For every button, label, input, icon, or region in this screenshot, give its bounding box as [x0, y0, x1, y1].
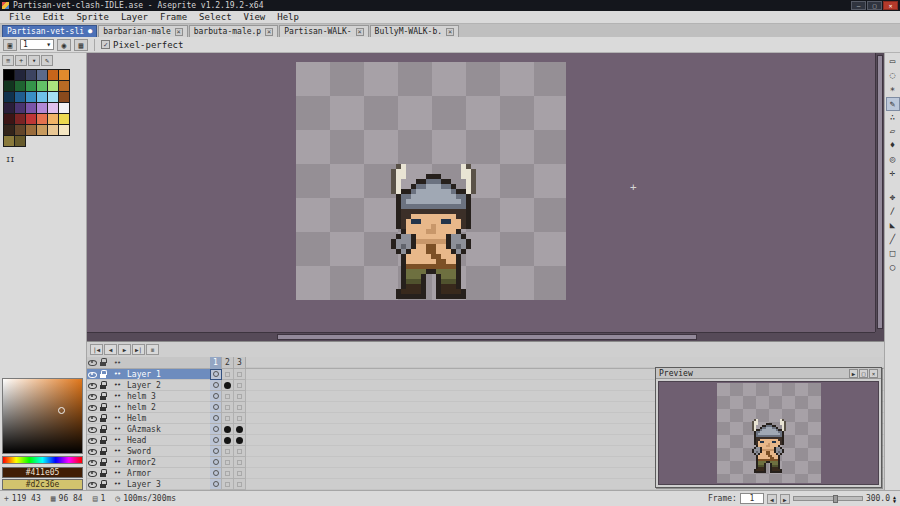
cel[interactable] [210, 424, 222, 435]
palette-swatch[interactable] [37, 103, 48, 114]
spray-tool-icon[interactable]: ∴ [886, 111, 900, 125]
lock-icon[interactable] [98, 413, 109, 424]
menu-item-view[interactable]: View [238, 11, 272, 23]
palette-swatch[interactable] [4, 114, 15, 125]
cel[interactable] [222, 380, 234, 391]
ellipse-tool-icon[interactable]: ○ [886, 261, 900, 275]
palette-swatch[interactable] [4, 125, 15, 136]
tab-barbuta-male-p[interactable]: barbuta-male.p× [189, 25, 278, 37]
sprite-canvas-area[interactable] [296, 62, 566, 300]
frame-number-input[interactable]: 1 [740, 493, 764, 504]
menu-item-edit[interactable]: Edit [37, 11, 71, 23]
chevron-down-icon[interactable]: ▾ [46, 40, 51, 49]
eye-icon[interactable] [87, 479, 98, 490]
cel[interactable] [234, 446, 246, 457]
lock-icon[interactable] [98, 446, 109, 457]
magic-wand-tool-icon[interactable]: ∗ [886, 83, 900, 97]
cel[interactable] [222, 468, 234, 479]
palette-swatch[interactable] [26, 92, 37, 103]
palette-option-button-3[interactable]: ✎ [41, 55, 53, 66]
eye-icon[interactable] [87, 446, 98, 457]
menu-item-help[interactable]: Help [271, 11, 305, 23]
cel[interactable] [234, 468, 246, 479]
eye-icon[interactable] [87, 402, 98, 413]
palette-swatch[interactable] [15, 92, 26, 103]
lock-icon[interactable] [98, 435, 109, 446]
menu-item-select[interactable]: Select [193, 11, 238, 23]
lock-icon[interactable] [98, 380, 109, 391]
brush-size-field[interactable]: 1 ▾ [20, 39, 54, 50]
palette-swatch[interactable] [26, 81, 37, 92]
palette-swatch[interactable] [37, 125, 48, 136]
maximize-button[interactable]: □ [867, 1, 882, 10]
eye-icon[interactable] [87, 369, 98, 380]
lock-icon[interactable] [98, 369, 109, 380]
rectangle-tool-icon[interactable]: □ [886, 247, 900, 261]
eye-icon[interactable] [87, 380, 98, 391]
background-color-swatch[interactable]: #d2c36e [2, 479, 83, 490]
color-gradient-picker[interactable] [2, 378, 83, 454]
preview-button-1[interactable]: □ [859, 369, 868, 378]
cel[interactable] [234, 479, 246, 490]
cel[interactable] [210, 413, 222, 424]
layer-row-left[interactable]: ••GAzmask [87, 424, 210, 435]
continuous-icon[interactable]: •• [109, 447, 125, 455]
eye-icon[interactable] [87, 468, 98, 479]
title-bar[interactable]: Partisan-vet-clash-IDLE.ase - Aseprite v… [0, 0, 900, 11]
frame-header-1[interactable]: 1 [210, 357, 222, 369]
eye-column-icon[interactable] [87, 357, 98, 368]
playback-button-1[interactable]: ◀ [104, 344, 117, 355]
eye-icon[interactable] [87, 424, 98, 435]
lock-icon[interactable] [98, 468, 109, 479]
eye-icon[interactable] [87, 391, 98, 402]
editor-vertical-scrollbar[interactable] [875, 53, 884, 332]
lasso-tool-icon[interactable]: ◌ [886, 69, 900, 83]
slice-tool-icon[interactable]: ∕ [886, 205, 900, 219]
cel[interactable] [234, 380, 246, 391]
continuous-icon[interactable]: •• [109, 370, 125, 378]
pencil-tool-icon[interactable]: ✎ [886, 97, 900, 111]
palette-swatch[interactable] [48, 103, 59, 114]
playback-button-0[interactable]: |◀ [90, 344, 103, 355]
vertical-scroll-thumb[interactable] [877, 55, 883, 329]
close-button[interactable]: ✕ [883, 1, 898, 10]
menu-item-frame[interactable]: Frame [154, 11, 193, 23]
foreground-color-swatch[interactable]: #411e05 [2, 467, 83, 478]
continuous-column-icon[interactable]: •• [109, 359, 125, 367]
continuous-icon[interactable]: •• [109, 469, 125, 477]
playback-button-3[interactable]: ▶| [132, 344, 145, 355]
hand-tool-icon[interactable]: ✛ [886, 167, 900, 181]
cel[interactable] [222, 446, 234, 457]
ink-opacity-button[interactable]: ◉ [57, 39, 71, 51]
menu-item-sprite[interactable]: Sprite [70, 11, 115, 23]
cel[interactable] [234, 402, 246, 413]
cel[interactable] [222, 369, 234, 380]
menu-item-layer[interactable]: Layer [115, 11, 154, 23]
lock-column-icon[interactable] [98, 357, 109, 368]
palette-swatch[interactable] [59, 92, 70, 103]
layer-row-left[interactable]: ••Layer 2 [87, 380, 210, 391]
gradient-marker[interactable] [58, 407, 65, 414]
palette-swatch[interactable] [4, 136, 15, 147]
continuous-icon[interactable]: •• [109, 381, 125, 389]
palette-swatch[interactable] [48, 81, 59, 92]
eye-icon[interactable] [87, 413, 98, 424]
palette-swatch[interactable] [26, 114, 37, 125]
layer-row-left[interactable]: ••helm 3 [87, 391, 210, 402]
rect-marquee-tool-icon[interactable]: ▭ [886, 55, 900, 69]
palette-swatch[interactable] [15, 114, 26, 125]
layer-row-left[interactable]: ••helm 2 [87, 402, 210, 413]
continuous-icon[interactable]: •• [109, 403, 125, 411]
palette-swatch[interactable] [4, 70, 15, 81]
layer-row-left[interactable]: ••Armor2 [87, 457, 210, 468]
palette-swatch[interactable] [15, 125, 26, 136]
preview-button-2[interactable]: × [869, 369, 878, 378]
cel[interactable] [234, 457, 246, 468]
cel[interactable] [234, 369, 246, 380]
cel[interactable] [222, 479, 234, 490]
lock-icon[interactable] [98, 479, 109, 490]
zoom-tool-icon[interactable]: ◎ [886, 153, 900, 167]
palette-swatch[interactable] [4, 92, 15, 103]
layer-row-left[interactable]: ••Helm [87, 413, 210, 424]
palette-swatch[interactable] [37, 92, 48, 103]
